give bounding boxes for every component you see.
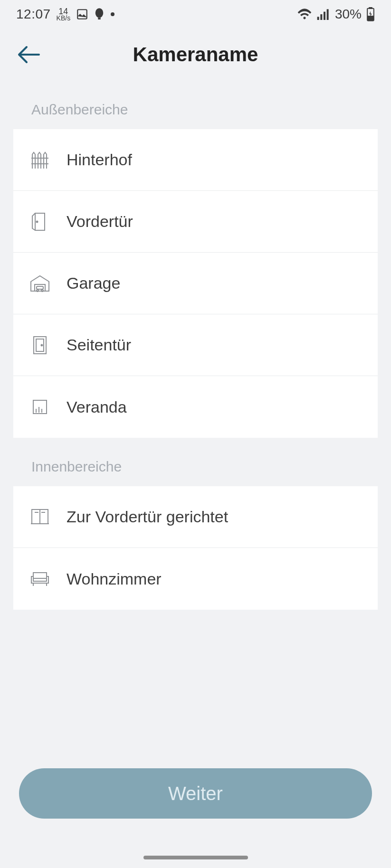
status-bar: 12:07 14 KB/s 30% [0, 0, 391, 28]
list-item-hinterhof[interactable]: Hinterhof [13, 129, 378, 191]
svg-point-1 [95, 8, 104, 18]
list-item-label: Veranda [67, 398, 127, 416]
open-door-icon [29, 212, 51, 231]
fence-icon [29, 151, 51, 169]
list-item-zur-vordertuer[interactable]: Zur Vordertür gerichtet [13, 486, 378, 548]
status-time: 12:07 [16, 7, 51, 22]
svg-rect-4 [317, 17, 319, 20]
garage-icon [29, 275, 51, 292]
list-item-label: Vordertür [67, 212, 133, 231]
door-icon [29, 336, 51, 355]
section-label-indoor: Innenbereiche [0, 438, 391, 486]
bulb-icon [94, 8, 105, 20]
svg-rect-2 [98, 18, 101, 19]
svg-rect-0 [77, 9, 87, 19]
network-speed: 14 KB/s [57, 8, 71, 21]
gallery-icon [76, 8, 88, 20]
home-indicator[interactable] [143, 856, 248, 859]
svg-rect-7 [327, 9, 329, 20]
veranda-icon [29, 398, 51, 415]
list-item-seitentuer[interactable]: Seitentür [13, 314, 378, 376]
header: Kameraname [0, 28, 391, 81]
list-item-label: Hinterhof [67, 151, 132, 169]
section-label-outdoor: Außenbereiche [0, 81, 391, 129]
svg-rect-10 [368, 16, 373, 20]
svg-rect-6 [324, 12, 325, 20]
svg-point-3 [111, 12, 114, 16]
page-title: Kameraname [0, 43, 391, 66]
list-item-label: Zur Vordertür gerichtet [67, 508, 228, 526]
list-item-vordertuer[interactable]: Vordertür [13, 191, 378, 253]
battery-percent: 30% [335, 7, 362, 22]
continue-button[interactable]: Weiter [19, 768, 372, 819]
double-door-icon [29, 509, 51, 526]
list-item-label: Wohnzimmer [67, 570, 162, 588]
list-item-label: Garage [67, 274, 120, 292]
svg-point-12 [37, 221, 38, 222]
continue-label: Weiter [168, 783, 223, 804]
back-button[interactable] [15, 41, 42, 68]
dot-icon [110, 12, 115, 17]
svg-rect-5 [320, 14, 322, 20]
outdoor-list: Hinterhof Vordertür Garage [13, 129, 378, 438]
battery-icon [366, 7, 375, 21]
svg-point-19 [41, 344, 43, 346]
arrow-left-icon [17, 45, 40, 64]
indoor-list: Zur Vordertür gerichtet Wohnzimmer [13, 486, 378, 610]
list-item-veranda[interactable]: Veranda [13, 376, 378, 438]
list-item-wohnzimmer[interactable]: Wohnzimmer [13, 548, 378, 610]
svg-rect-20 [33, 400, 47, 414]
svg-rect-14 [37, 286, 43, 289]
list-item-garage[interactable]: Garage [13, 253, 378, 314]
list-item-label: Seitentür [67, 336, 131, 354]
signal-icon [317, 9, 330, 20]
svg-rect-9 [369, 7, 372, 9]
wifi-icon [297, 8, 312, 20]
sofa-icon [29, 571, 51, 587]
svg-rect-26 [33, 573, 47, 578]
